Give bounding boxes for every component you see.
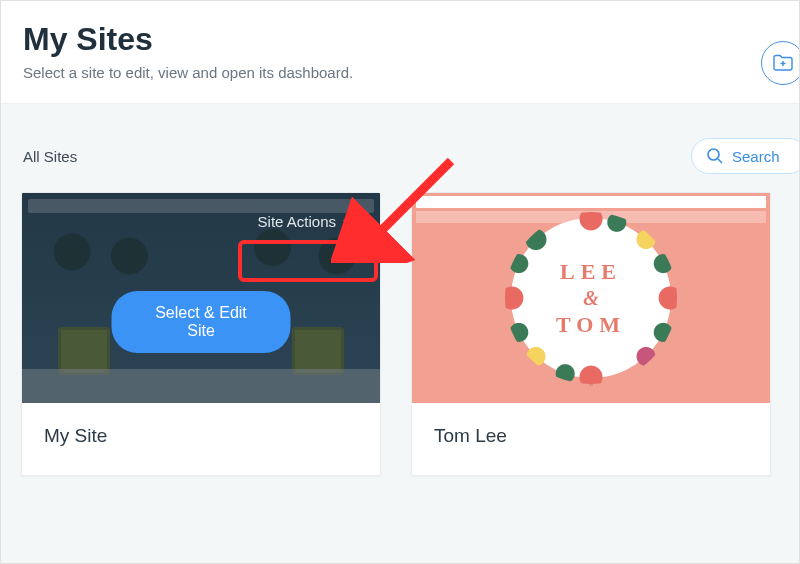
site-logo: LEE & TOM (511, 218, 671, 378)
site-card-my-site[interactable]: Site Actions Select & Edit Site My Site (21, 192, 381, 476)
site-actions-dropdown[interactable]: Site Actions (248, 207, 364, 236)
select-edit-site-button[interactable]: Select & Edit Site (112, 291, 291, 353)
search-input[interactable] (732, 148, 792, 165)
folder-plus-icon (773, 54, 793, 72)
site-thumbnail: Site Actions Select & Edit Site (22, 193, 380, 403)
site-thumbnail: LEE & TOM ~ (412, 193, 770, 403)
site-card-tom-lee[interactable]: LEE & TOM ~ Tom Lee (411, 192, 771, 476)
new-folder-button[interactable] (761, 41, 800, 85)
page-header: My Sites Select a site to edit, view and… (1, 1, 799, 104)
page-title: My Sites (23, 21, 777, 58)
site-name: Tom Lee (412, 403, 770, 475)
sites-grid: Site Actions Select & Edit Site My Site … (1, 192, 799, 476)
site-actions-label: Site Actions (258, 213, 336, 230)
site-name: My Site (22, 403, 380, 475)
search-icon (706, 147, 724, 165)
svg-point-0 (708, 149, 719, 160)
search-wrap[interactable] (691, 138, 800, 174)
filter-bar: All Sites (1, 104, 799, 192)
filter-all-sites[interactable]: All Sites (23, 148, 77, 165)
page-subtitle: Select a site to edit, view and open its… (23, 64, 777, 81)
chevron-down-icon (342, 216, 354, 228)
